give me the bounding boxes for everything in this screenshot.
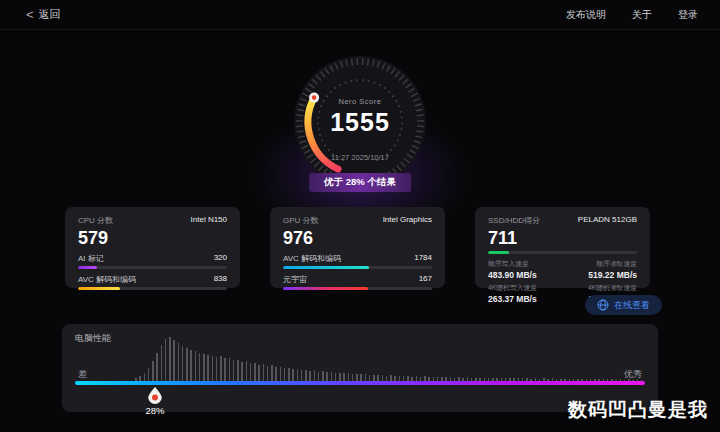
link-login[interactable]: 登录 bbox=[678, 8, 698, 22]
ssd-device-name: PELADN 512GB bbox=[578, 215, 637, 226]
gpu-metric-avc: AVC 解码和编码 1784 bbox=[283, 253, 432, 269]
performance-gradient-bar bbox=[75, 381, 645, 385]
metric-bar-fill bbox=[283, 287, 368, 290]
performance-title: 电脑性能 bbox=[75, 332, 111, 345]
globe-icon bbox=[597, 299, 609, 311]
ssd-bar-fill bbox=[488, 251, 509, 254]
metric-value: 1784 bbox=[414, 253, 432, 264]
gauge-title: Nero Score bbox=[290, 97, 430, 106]
metric-value: 167 bbox=[419, 274, 432, 285]
link-about[interactable]: 关于 bbox=[632, 8, 652, 22]
histogram bbox=[135, 335, 645, 381]
stat-4k-write: 4K随机写入速度 263.37 MB/s bbox=[488, 283, 558, 304]
gpu-score-value: 976 bbox=[283, 229, 432, 248]
marker-percent-label: 28% bbox=[141, 405, 169, 416]
percentile-badge: 优于 28% 个结果 bbox=[309, 173, 411, 192]
scale-label-poor: 差 bbox=[78, 368, 87, 381]
topbar: < 返回 发布说明 关于 登录 bbox=[0, 0, 720, 30]
cpu-metric-avc: AVC 解码和编码 838 bbox=[78, 274, 227, 290]
ssd-card-title: SSD/HDD得分 bbox=[488, 215, 540, 226]
metric-value: 838 bbox=[214, 274, 227, 285]
metric-bar-track bbox=[283, 266, 432, 269]
link-release-notes[interactable]: 发布说明 bbox=[566, 8, 606, 22]
view-online-label: 在线查看 bbox=[614, 299, 650, 312]
gpu-score-card: GPU 分数 Intel Graphics 976 AVC 解码和编码 1784… bbox=[270, 207, 445, 288]
score-cards-row: CPU 分数 Intel N150 579 AI 标记 320 AVC 解码和编… bbox=[65, 207, 650, 288]
gpu-device-name: Intel Graphics bbox=[383, 215, 432, 226]
metric-bar-fill bbox=[283, 266, 369, 269]
view-online-button[interactable]: 在线查看 bbox=[585, 295, 662, 315]
cpu-score-value: 579 bbox=[78, 229, 227, 248]
ssd-bar-track bbox=[488, 251, 637, 254]
scale-label-excellent: 优秀 bbox=[624, 368, 642, 381]
gauge-timestamp: 11:27 2025/10/17 bbox=[290, 153, 430, 162]
stat-seq-write: 顺序写入速度 483.90 MB/s bbox=[488, 259, 558, 280]
ssd-score-card: SSD/HDD得分 PELADN 512GB 711 顺序写入速度 483.90… bbox=[475, 207, 650, 288]
back-button[interactable]: < 返回 bbox=[26, 7, 61, 22]
cpu-score-card: CPU 分数 Intel N150 579 AI 标记 320 AVC 解码和编… bbox=[65, 207, 240, 288]
score-gauge: Nero Score 1555 11:27 2025/10/17 bbox=[290, 52, 430, 192]
stat-seq-read: 顺序读取速度 519.22 MB/s bbox=[568, 259, 638, 280]
metric-bar-track bbox=[283, 287, 432, 290]
cpu-metric-ai: AI 标记 320 bbox=[78, 253, 227, 269]
gauge-score-value: 1555 bbox=[290, 108, 430, 137]
cpu-card-title: CPU 分数 bbox=[78, 215, 113, 226]
metric-label: 元宇宙 bbox=[283, 274, 307, 285]
metric-value: 320 bbox=[214, 253, 227, 264]
metric-label: AVC 解码和编码 bbox=[283, 253, 341, 264]
metric-label: AI 标记 bbox=[78, 253, 104, 264]
cpu-device-name: Intel N150 bbox=[191, 215, 227, 226]
gpu-card-title: GPU 分数 bbox=[283, 215, 319, 226]
watermark-text: 数码凹凸曼是我 bbox=[568, 397, 708, 423]
gpu-metric-metaverse: 元宇宙 167 bbox=[283, 274, 432, 290]
top-links: 发布说明 关于 登录 bbox=[566, 8, 698, 22]
back-label: 返回 bbox=[39, 7, 61, 22]
metric-label: AVC 解码和编码 bbox=[78, 274, 136, 285]
chevron-left-icon: < bbox=[26, 8, 34, 21]
metric-bar-fill bbox=[78, 287, 120, 290]
metric-bar-fill bbox=[78, 266, 97, 269]
metric-bar-track bbox=[78, 287, 227, 290]
ssd-score-value: 711 bbox=[488, 229, 637, 248]
metric-bar-track bbox=[78, 266, 227, 269]
position-marker-icon bbox=[148, 387, 162, 404]
